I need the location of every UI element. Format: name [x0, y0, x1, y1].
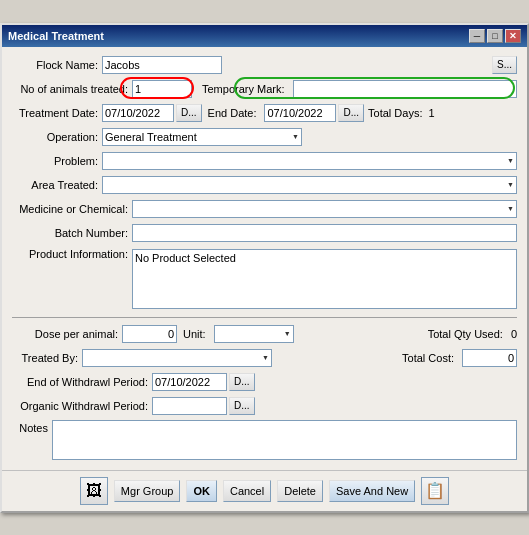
dates-row: Treatment Date: D... End Date: D... Tota… — [12, 103, 517, 123]
product-info-box: No Product Selected — [132, 249, 517, 309]
total-cost-input[interactable] — [462, 349, 517, 367]
treated-by-dropdown-wrap[interactable] — [82, 349, 272, 367]
medical-treatment-window: Medical Treatment ─ □ ✕ Flock Name: S...… — [0, 23, 529, 513]
flock-name-row: Flock Name: S... — [12, 55, 517, 75]
end-withdrawl-label: End of Withdrawl Period: — [12, 376, 152, 388]
problem-row: Problem: — [12, 151, 517, 171]
product-info-section: Product Information: No Product Selected — [12, 247, 517, 311]
icon-right-icon: 📋 — [425, 481, 445, 500]
total-qty-label: Total Qty Used: — [428, 328, 507, 340]
organic-withdrawl-row: Organic Withdrawl Period: D... — [12, 396, 517, 416]
minimize-button[interactable]: ─ — [469, 29, 485, 43]
total-days-value: 1 — [428, 107, 434, 119]
medicine-dropdown-wrap[interactable] — [132, 200, 517, 218]
operation-select[interactable]: General Treatment Vaccination Surgery Ot… — [102, 128, 302, 146]
operation-dropdown-wrap[interactable]: General Treatment Vaccination Surgery Ot… — [102, 128, 302, 146]
notes-textarea[interactable] — [52, 420, 517, 460]
medicine-select[interactable] — [132, 200, 517, 218]
batch-row: Batch Number: — [12, 223, 517, 243]
footer-bar: 🖼 Mgr Group OK Cancel Delete Save And Ne… — [2, 470, 527, 511]
window-title: Medical Treatment — [8, 30, 104, 42]
organic-withdrawl-btn[interactable]: D... — [229, 397, 255, 415]
cancel-button[interactable]: Cancel — [223, 480, 271, 502]
dose-row: Dose per animal: Unit: Total Qty Used: 0 — [12, 324, 517, 344]
form-content: Flock Name: S... No of animals treated: … — [2, 47, 527, 470]
end-withdrawl-btn[interactable]: D... — [229, 373, 255, 391]
end-withdrawl-input[interactable] — [152, 373, 227, 391]
dose-input[interactable] — [122, 325, 177, 343]
unit-label: Unit: — [183, 328, 210, 340]
total-qty-value: 0 — [511, 328, 517, 340]
unit-select[interactable] — [214, 325, 294, 343]
treatment-date-label: Treatment Date: — [12, 107, 102, 119]
end-date-btn[interactable]: D... — [338, 104, 364, 122]
notes-label: Notes — [12, 420, 52, 434]
notes-section: Notes — [12, 420, 517, 460]
save-and-new-button[interactable]: Save And New — [329, 480, 415, 502]
mgr-group-button[interactable]: Mgr Group — [114, 480, 181, 502]
flock-name-input[interactable] — [102, 56, 222, 74]
total-cost-label: Total Cost: — [402, 352, 458, 364]
title-bar: Medical Treatment ─ □ ✕ — [2, 25, 527, 47]
operation-row: Operation: General Treatment Vaccination… — [12, 127, 517, 147]
treated-by-select[interactable] — [82, 349, 272, 367]
dose-label: Dose per animal: — [12, 328, 122, 340]
animals-temp-row: No of animals treated: Temporary Mark: — [12, 79, 517, 99]
total-days-label: Total Days: — [368, 107, 426, 119]
icon-right-button[interactable]: 📋 — [421, 477, 449, 505]
divider-1 — [12, 317, 517, 318]
flock-search-button[interactable]: S... — [492, 56, 517, 74]
medicine-row: Medicine or Chemical: — [12, 199, 517, 219]
temp-mark-label: Temporary Mark: — [202, 83, 289, 95]
unit-dropdown-wrap[interactable] — [214, 325, 294, 343]
no-animals-input[interactable] — [132, 80, 192, 98]
problem-label: Problem: — [12, 155, 102, 167]
temp-mark-input[interactable] — [293, 80, 517, 98]
close-button[interactable]: ✕ — [505, 29, 521, 43]
maximize-button[interactable]: □ — [487, 29, 503, 43]
icon-left-button[interactable]: 🖼 — [80, 477, 108, 505]
treated-by-row: Treated By: Total Cost: — [12, 348, 517, 368]
batch-input[interactable] — [132, 224, 517, 242]
product-info-text: No Product Selected — [135, 252, 236, 264]
medicine-label: Medicine or Chemical: — [12, 203, 132, 215]
batch-label: Batch Number: — [12, 227, 132, 239]
operation-label: Operation: — [12, 131, 102, 143]
title-controls: ─ □ ✕ — [469, 29, 521, 43]
animals-temp-container: No of animals treated: Temporary Mark: — [12, 79, 517, 99]
icon-left-icon: 🖼 — [86, 482, 102, 500]
delete-button[interactable]: Delete — [277, 480, 323, 502]
treatment-date-btn[interactable]: D... — [176, 104, 202, 122]
ok-button[interactable]: OK — [186, 480, 217, 502]
organic-withdrawl-input[interactable] — [152, 397, 227, 415]
treated-by-label: Treated By: — [12, 352, 82, 364]
area-treated-row: Area Treated: — [12, 175, 517, 195]
product-info-box-wrap: No Product Selected — [132, 247, 517, 311]
product-info-label: Product Information: — [12, 247, 132, 260]
end-date-input[interactable] — [264, 104, 336, 122]
end-date-label: End Date: — [208, 107, 261, 119]
no-animals-label: No of animals treated: — [12, 83, 132, 95]
organic-withdrawl-label: Organic Withdrawl Period: — [12, 400, 152, 412]
flock-name-label: Flock Name: — [12, 59, 102, 71]
area-treated-label: Area Treated: — [12, 179, 102, 191]
area-treated-select[interactable] — [102, 176, 517, 194]
withdrawl-row: End of Withdrawl Period: D... — [12, 372, 517, 392]
problem-dropdown-wrap[interactable] — [102, 152, 517, 170]
problem-select[interactable] — [102, 152, 517, 170]
treatment-date-input[interactable] — [102, 104, 174, 122]
area-treated-dropdown-wrap[interactable] — [102, 176, 517, 194]
